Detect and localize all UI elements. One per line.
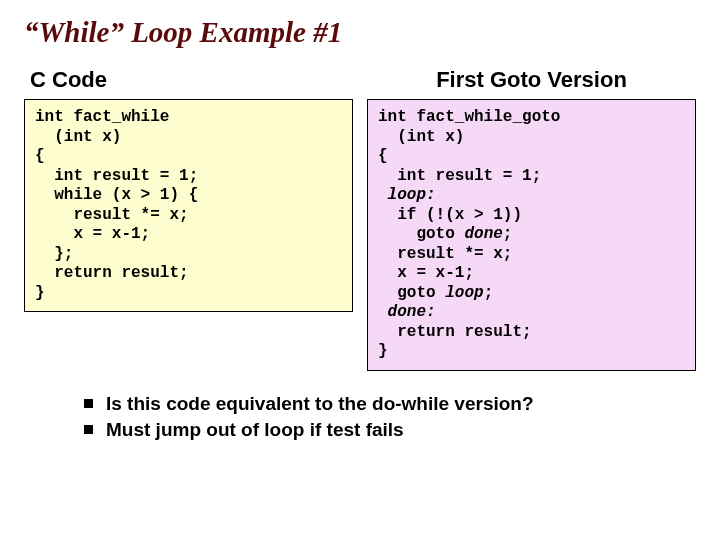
done-label: done: xyxy=(388,303,436,321)
loop-label: loop: xyxy=(388,186,436,204)
code-seg: return result; } xyxy=(378,323,532,361)
code-columns: C Code int fact_while (int x) { int resu… xyxy=(24,67,696,371)
loop-ref: loop xyxy=(445,284,483,302)
list-item: Is this code equivalent to the do-while … xyxy=(84,393,696,415)
list-item: Must jump out of loop if test fails xyxy=(84,419,696,441)
slide: “While” Loop Example #1 C Code int fact_… xyxy=(0,0,720,540)
right-column: First Goto Version int fact_while_goto (… xyxy=(367,67,696,371)
goto-code-box: int fact_while_goto (int x) { int result… xyxy=(367,99,696,371)
left-heading: C Code xyxy=(30,67,353,93)
done-ref: done xyxy=(464,225,502,243)
slide-title: “While” Loop Example #1 xyxy=(24,16,696,49)
left-column: C Code int fact_while (int x) { int resu… xyxy=(24,67,353,312)
c-code-box: int fact_while (int x) { int result = 1;… xyxy=(24,99,353,312)
right-heading: First Goto Version xyxy=(367,67,696,93)
bullet-list: Is this code equivalent to the do-while … xyxy=(84,393,696,441)
